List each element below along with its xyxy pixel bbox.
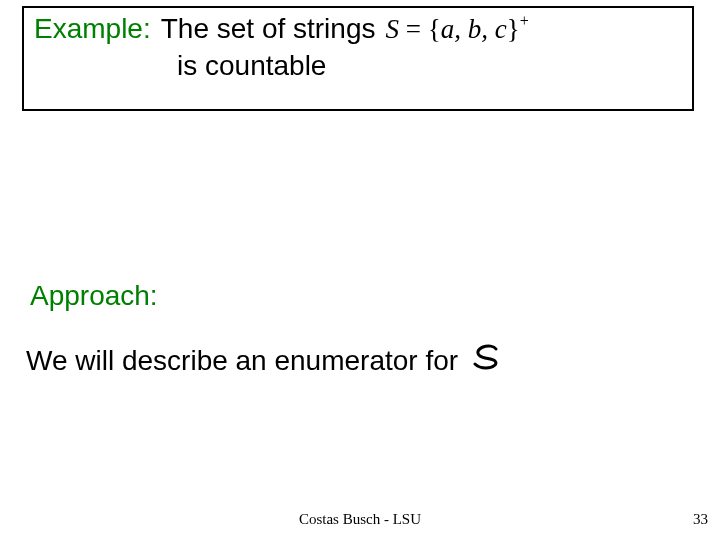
set-close: } (507, 14, 520, 44)
approach-label: Approach: (30, 280, 158, 312)
example-box: Example: The set of strings S = {a, b, c… (22, 6, 694, 111)
line2-text: is countable (177, 50, 682, 82)
body-text: We will describe an enumerator for (26, 345, 458, 377)
body-line: We will describe an enumerator for (26, 344, 502, 377)
example-label: Example: (34, 12, 151, 46)
set-open: { (428, 14, 441, 44)
footer-text: Costas Busch - LSU (0, 511, 720, 528)
slide: Example: The set of strings S = {a, b, c… (0, 0, 720, 540)
set-items: a, b, c (441, 14, 507, 44)
set-lhs: S (385, 14, 399, 44)
set-superscript: + (520, 12, 529, 29)
symbol-s-icon (472, 344, 502, 377)
set-expression: S = {a, b, c}+ (385, 13, 528, 45)
example-line1: Example: The set of strings S = {a, b, c… (34, 12, 682, 46)
set-eq: = (399, 14, 428, 44)
page-number: 33 (693, 511, 708, 528)
line1-text: The set of strings (161, 12, 376, 46)
